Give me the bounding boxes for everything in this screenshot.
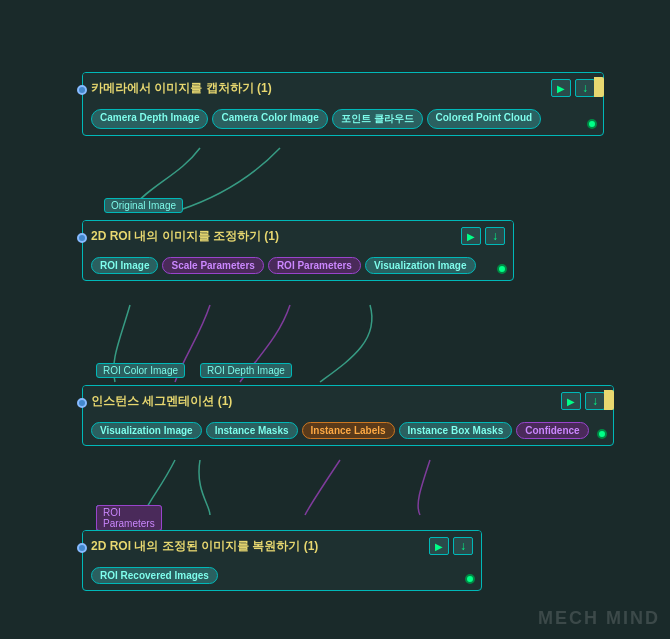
node4-controls: [429, 537, 473, 555]
node3-down-btn[interactable]: [585, 392, 605, 410]
port-instance-labels: Instance Labels: [302, 422, 395, 439]
node3-left-connector: [77, 398, 87, 408]
node-roi-adjust: 2D ROI 내의 이미지를 조정하기 (1) ROI Image Scale …: [82, 220, 514, 281]
node-roi-recover: 2D ROI 내의 조정된 이미지를 복원하기 (1) ROI Recovere…: [82, 530, 482, 591]
node3-input-roi-depth: ROI Depth Image: [200, 363, 292, 378]
node1-down-btn[interactable]: [575, 79, 595, 97]
node4-status-dot: [465, 574, 475, 584]
node4-title: 2D ROI 내의 조정된 이미지를 복원하기 (1): [91, 538, 318, 555]
node1-output-ports: Camera Depth Image Camera Color Image 포인…: [83, 103, 603, 135]
port-scale-params: Scale Parameters: [162, 257, 263, 274]
node2-left-connector: [77, 233, 87, 243]
port-camera-color-image: Camera Color Image: [212, 109, 327, 129]
node3-controls: [561, 392, 605, 410]
port-roi-recovered-images: ROI Recovered Images: [91, 567, 218, 584]
node4-down-btn[interactable]: [453, 537, 473, 555]
node2-play-btn[interactable]: [461, 227, 481, 245]
port-visualization-image: Visualization Image: [365, 257, 476, 274]
node-camera-capture: 카메라에서 이미지를 캡처하기 (1) Camera Depth Image C…: [82, 72, 604, 136]
node2-header: 2D ROI 내의 이미지를 조정하기 (1): [83, 221, 513, 251]
node3-input-roi-color: ROI Color Image: [96, 363, 185, 378]
port-roi-image: ROI Image: [91, 257, 158, 274]
node3-play-btn[interactable]: [561, 392, 581, 410]
node2-controls: [461, 227, 505, 245]
node1-accent: [594, 77, 604, 97]
node4-play-btn[interactable]: [429, 537, 449, 555]
node1-title: 카메라에서 이미지를 캡처하기 (1): [91, 80, 272, 97]
node4-output-ports: ROI Recovered Images: [83, 561, 481, 590]
port-instance-masks: Instance Masks: [206, 422, 298, 439]
node3-output-ports: Visualization Image Instance Masks Insta…: [83, 416, 613, 445]
node3-status-dot: [597, 429, 607, 439]
node1-play-btn[interactable]: [551, 79, 571, 97]
node2-status-dot: [497, 264, 507, 274]
node2-down-btn[interactable]: [485, 227, 505, 245]
node4-input-roi-params: ROI Parameters: [96, 505, 162, 531]
port-camera-depth-image: Camera Depth Image: [91, 109, 208, 129]
port-node3-visualization: Visualization Image: [91, 422, 202, 439]
node1-header: 카메라에서 이미지를 캡처하기 (1): [83, 73, 603, 103]
port-confidence: Confidence: [516, 422, 588, 439]
node2-title: 2D ROI 내의 이미지를 조정하기 (1): [91, 228, 279, 245]
port-colored-point-cloud: Colored Point Cloud: [427, 109, 542, 129]
watermark: MECH MIND: [538, 608, 660, 629]
port-instance-box-masks: Instance Box Masks: [399, 422, 513, 439]
node3-title: 인스턴스 세그멘테이션 (1): [91, 393, 232, 410]
node1-left-connector: [77, 85, 87, 95]
node-instance-seg: 인스턴스 세그멘테이션 (1) Visualization Image Inst…: [82, 385, 614, 446]
node3-header: 인스턴스 세그멘테이션 (1): [83, 386, 613, 416]
port-point-cloud: 포인트 클라우드: [332, 109, 423, 129]
port-roi-params: ROI Parameters: [268, 257, 361, 274]
node3-accent: [604, 390, 614, 410]
node4-left-connector: [77, 543, 87, 553]
node2-output-ports: ROI Image Scale Parameters ROI Parameter…: [83, 251, 513, 280]
node2-input-label: Original Image: [104, 198, 183, 213]
node1-status-dot: [587, 119, 597, 129]
node4-header: 2D ROI 내의 조정된 이미지를 복원하기 (1): [83, 531, 481, 561]
node1-controls: [551, 79, 595, 97]
